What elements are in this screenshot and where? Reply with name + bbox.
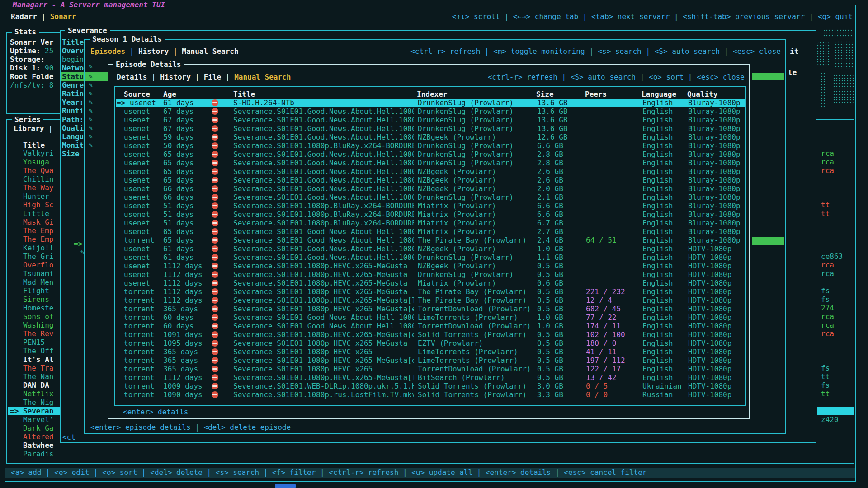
cell-source: torrent	[124, 347, 154, 356]
result-row[interactable]: usenet67 daysSeverance.S01E01.Good.News.…	[116, 107, 745, 116]
result-row[interactable]: =>usenet61 daysS-HD.H.264-NTbDrunkenSlug…	[116, 99, 745, 107]
result-row[interactable]: usenet51 daysSeverance.S01E01.1080p.BluR…	[116, 210, 745, 219]
cell-source: usenet	[124, 193, 150, 202]
result-row[interactable]: torrent365 daysSeverance S01E01 1080p HE…	[116, 347, 745, 356]
result-row[interactable]: usenet50 daysSeverance.S01E01.1080p.BluR…	[116, 141, 745, 150]
cell-age: 66 days	[163, 184, 193, 193]
tab-file[interactable]: File	[204, 73, 222, 81]
cell-quality: Bluray-1080p	[688, 176, 741, 184]
ban-icon	[212, 99, 218, 106]
monitor-toggle-icon[interactable]: ✎	[89, 124, 93, 132]
cell-language: English	[642, 347, 673, 356]
cell-title: Severance.S01E01.Good.News.About.Hell.10…	[233, 107, 414, 116]
monitor-toggle-icon[interactable]: ✎	[89, 98, 93, 107]
cell-age: 50 days	[163, 141, 193, 150]
result-row[interactable]: usenet1112 daysSeverance.S01E01.1080p.HE…	[116, 270, 745, 279]
result-row[interactable]: torrent1112 daysSeverance.S01E01.1080p.H…	[116, 296, 745, 305]
result-row[interactable]: usenet61 daysSeverance.S01E01.Good.News.…	[116, 244, 745, 253]
table-fragment: fs	[821, 364, 830, 372]
monitor-toggle-icon[interactable]: ✎	[89, 89, 93, 98]
cell-indexer: The Pirate Bay (Prowlarr)	[418, 287, 527, 296]
result-row[interactable]: torrent365 daysSeverance S01E01 1080p HE…	[116, 356, 745, 365]
result-row[interactable]: usenet65 daysSeverance S01E01 Good News …	[116, 227, 745, 236]
result-row[interactable]: usenet1112 daysSeverance.S01E01.1080p.HE…	[116, 262, 745, 270]
cell-age: 59 days	[163, 133, 193, 141]
cell-age: 365 days	[163, 347, 198, 356]
ban-icon	[212, 108, 218, 115]
result-row[interactable]: usenet1112 daysSeverance.S01E01.1080p.HE…	[116, 279, 745, 287]
table-fragment: rca	[821, 321, 834, 329]
result-row[interactable]: usenet67 daysSeverance.S01E01.Good.News.…	[116, 124, 745, 133]
cell-peers: 13 / 42	[586, 373, 616, 382]
result-row[interactable]: torrent65 daysSeverance S01E01 Good News…	[116, 236, 745, 244]
ban-icon	[212, 340, 218, 347]
result-row[interactable]: usenet66 daysSeverance.S01E01.Good.News.…	[116, 184, 745, 193]
cell-title: Severance S01E01 Good News About Hell 10…	[233, 313, 414, 322]
cell-title: Severance.S01E01.Good.News.About.Hell.10…	[233, 133, 414, 141]
result-row[interactable]: usenet51 daysSeverance.S01E01.1080p.BluR…	[116, 202, 745, 210]
result-row[interactable]: usenet66 daysSeverance.S01E01.Good.News.…	[116, 193, 745, 202]
cell-language: English	[642, 193, 673, 202]
monitor-toggle-icon[interactable]: ✎	[89, 132, 93, 141]
episode-details-modal: Episode Details Details | History | File…	[108, 64, 750, 419]
cell-title: Severance.S01E01.Good.News.About.Hell.10…	[233, 253, 414, 262]
result-row[interactable]: usenet61 daysSeverance.S01E01.Good.News.…	[116, 253, 745, 262]
monitor-toggle-icon[interactable]: ✎	[89, 72, 93, 81]
result-row[interactable]: torrent1095 daysSeverance S01E01 1080p H…	[116, 339, 745, 347]
cell-quality: HDTV-1080p	[688, 244, 731, 253]
table-fragment: tt	[821, 209, 830, 218]
cell-peers: 221 / 232	[586, 287, 625, 296]
monitor-toggle-icon[interactable]: ✎	[89, 81, 93, 89]
cell-quality: Bluray-1080p	[688, 150, 741, 159]
tab-history[interactable]: History	[160, 73, 190, 81]
result-row[interactable]: torrent60 daysSeverance S01E01 Good News…	[116, 322, 745, 330]
result-row[interactable]: torrent365 daysSeverance S01E01 1080p HE…	[116, 365, 745, 373]
progress-bar	[752, 73, 784, 80]
ban-icon	[212, 254, 218, 261]
monitor-toggle-icon[interactable]: ✎	[89, 115, 93, 124]
tab-details[interactable]: Details	[117, 73, 147, 81]
result-row[interactable]: usenet59 daysSeverance.S01E01.Good.News.…	[116, 133, 745, 141]
monitor-toggle-icon[interactable]: ✎	[89, 107, 93, 115]
cell-size: 12.6 GB	[537, 133, 567, 141]
result-row[interactable]: usenet65 daysSeverance.S01E01.Good.News.…	[116, 176, 745, 184]
tab-separator: |	[147, 73, 160, 81]
cell-language: English	[642, 116, 673, 124]
ban-icon	[212, 194, 218, 201]
cell-age: 1112 days	[163, 287, 203, 296]
monitor-toggle-icon[interactable]: ✎	[89, 141, 93, 150]
result-row[interactable]: usenet67 daysSeverance.S01E01.Good.News.…	[116, 116, 745, 124]
monitor-toggle-icon[interactable]: ✎	[89, 62, 93, 71]
cell-language: English	[642, 133, 673, 141]
result-row[interactable]: torrent1112 daysSeverance.S01E01.1080p.H…	[116, 373, 745, 382]
result-row[interactable]: usenet65 daysSeverance.S01E01.Good.News.…	[116, 167, 745, 176]
table-fragment: fs	[821, 286, 830, 295]
result-row[interactable]: torrent1091 daysSeverance.S01E01.1080p.H…	[116, 330, 745, 339]
result-row[interactable]: usenet65 daysSeverance.S01E01.Good.News.…	[116, 159, 745, 167]
result-row[interactable]: torrent60 daysSeverance S01E01 Good News…	[116, 313, 745, 322]
cell-indexer: EZTV (Prowlarr)	[418, 339, 483, 347]
cell-age: 67 days	[163, 116, 193, 124]
cell-indexer: DrunkenSlug (Prowlarr)	[418, 107, 514, 116]
result-row[interactable]: usenet65 daysSeverance.S01E01.Good.News.…	[116, 150, 745, 159]
tab-sonarr[interactable]: Sonarr	[50, 12, 76, 21]
result-row[interactable]: torrent1009 daysSeverance.S01E01.WEB-DLR…	[116, 382, 745, 390]
cell-quality: HDTV-1080p	[688, 330, 731, 339]
cell-language: English	[642, 167, 673, 176]
cell-size: 2.8 GB	[537, 159, 563, 167]
cell-source: torrent	[124, 322, 154, 330]
cell-indexer: Solid Torrents (Prowlarr)	[418, 390, 527, 399]
tab-manual-search[interactable]: Manual Search	[234, 73, 291, 81]
cell-source: usenet	[124, 116, 150, 124]
cell-source: torrent	[124, 339, 154, 347]
result-row[interactable]: torrent1112 daysSeverance S01E01 1080p H…	[116, 287, 745, 296]
cell-quality: HDTV-1080p	[688, 279, 731, 287]
cell-title: Severance.S01E01.1080p.BluRay.x264-BORDU…	[233, 202, 414, 210]
result-row[interactable]: usenet51 daysSeverance.S01E01.1080p.BluR…	[116, 219, 745, 227]
tab-radarr[interactable]: Radarr	[11, 12, 37, 21]
table-fragment: rca	[821, 149, 834, 158]
result-row[interactable]: torrent365 daysSeverance S01E01 1080p HE…	[116, 305, 745, 313]
result-row[interactable]: torrent1090 daysSeverance.S01E01.1080p.r…	[116, 390, 745, 399]
cell-source: usenet	[124, 107, 150, 116]
cell-indexer: DrunkenSlug (Prowlarr)	[418, 116, 514, 124]
